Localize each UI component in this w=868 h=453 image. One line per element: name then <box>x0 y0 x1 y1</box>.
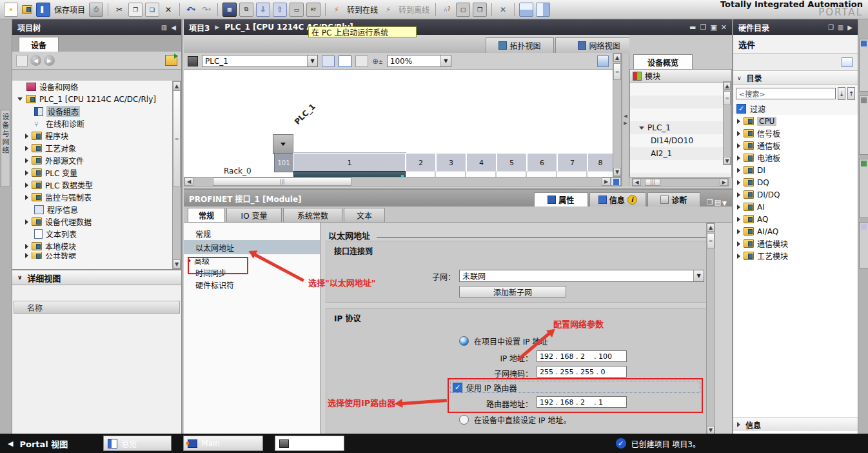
chevron-right-icon[interactable] <box>25 244 28 249</box>
tree-item-devices-networks[interactable]: 设备和网络 <box>12 81 172 93</box>
chevron-right-icon[interactable] <box>25 195 28 200</box>
tab-devices[interactable]: 设备 <box>19 37 59 52</box>
chevron-right-icon[interactable] <box>25 183 28 188</box>
catalog-item-cpu[interactable]: CPU <box>733 115 858 127</box>
catalog-item-ai-aq[interactable]: AI/AQ <box>733 225 858 237</box>
chevron-right-icon[interactable] <box>25 170 28 176</box>
chevron-right-icon[interactable] <box>737 131 740 136</box>
ip-address-field[interactable] <box>537 350 627 362</box>
delete-icon[interactable]: ✕ <box>162 3 175 16</box>
tab-topology-view[interactable]: 拓扑视图 <box>486 37 554 53</box>
filter-checkbox[interactable]: ✓ <box>736 104 746 114</box>
window-restore-icon[interactable]: ❒ <box>473 3 487 17</box>
chevron-right-icon[interactable] <box>737 205 740 210</box>
window-split-icon[interactable]: ▢ <box>456 3 470 17</box>
splitter-right-icon[interactable]: ▶ <box>624 121 627 126</box>
new-project-icon[interactable]: ✶ <box>4 3 18 17</box>
grid-icon[interactable] <box>355 55 368 67</box>
maximize-icon[interactable]: ▣ <box>710 23 716 32</box>
tree-item-online-diag[interactable]: ⑂在线和诊断 <box>12 117 172 130</box>
tree-item-external-sources[interactable]: 外部源文件 <box>12 154 172 166</box>
slot-4[interactable]: 4 <box>466 153 497 172</box>
nav-general[interactable]: 常规 <box>184 228 320 240</box>
overview-row-empty[interactable] <box>630 160 731 173</box>
radio-selected-icon[interactable] <box>459 336 469 346</box>
options-window-icon[interactable] <box>842 57 853 67</box>
tab-properties[interactable]: 属性 <box>534 192 588 206</box>
show-all-icon[interactable] <box>611 177 621 186</box>
chevron-right-icon[interactable] <box>737 192 740 197</box>
menu-inspector-icon[interactable]: ▤ <box>715 198 721 206</box>
chevron-right-icon[interactable] <box>737 168 740 173</box>
chevron-right-icon[interactable] <box>737 156 740 161</box>
tree-item-watch-tables[interactable]: 监控与强制表 <box>12 191 172 203</box>
catalog-item-battery-board[interactable]: 电池板 <box>733 152 858 164</box>
catalog-item-dq[interactable]: DQ <box>733 176 858 188</box>
go-online-plug-icon[interactable]: ⚡ <box>330 3 343 16</box>
start-cpu-icon[interactable]: ▭ <box>290 3 304 17</box>
cut-icon[interactable]: ✂ <box>113 3 126 16</box>
chevron-right-icon[interactable] <box>737 241 740 247</box>
slot-2[interactable]: 2 <box>406 153 436 172</box>
collapse-catalog-icon[interactable]: ∨ <box>737 75 742 81</box>
chevron-right-icon[interactable] <box>737 143 740 148</box>
tree-item-local-modules[interactable]: 本地模块 <box>12 240 172 252</box>
overview-row-ai[interactable]: AI2_1 <box>630 147 731 160</box>
online-diagnostics-icon[interactable]: ⑃? <box>440 3 453 16</box>
catalog-item-ai[interactable]: AI <box>733 201 858 213</box>
float-icon[interactable]: ❐ <box>700 23 707 32</box>
overview-row-plc[interactable]: PLC_1 <box>630 121 731 134</box>
slot-1[interactable]: 1 <box>293 153 406 172</box>
rail-tab-devices-networks[interactable]: 设备与网络 <box>1 110 10 187</box>
canvas-hscrollbar[interactable]: ◀ ||| ▶ <box>184 177 622 186</box>
tree-item-common-data[interactable]: 公共数据 <box>12 252 172 259</box>
minimize-icon[interactable]: ▬ <box>689 23 696 32</box>
slot-3[interactable]: 3 <box>436 153 466 172</box>
taskbar-overview[interactable]: 总览 <box>103 436 172 451</box>
device-select[interactable]: PLC_1▼ <box>202 55 318 67</box>
chevron-right-icon[interactable] <box>737 217 740 222</box>
catalog-item-comm-modules[interactable]: 通信模块 <box>733 237 858 250</box>
taskbar-plc1[interactable]: PLC_1 <box>275 436 344 451</box>
chevron-right-icon[interactable] <box>737 119 740 124</box>
slot-8[interactable]: 8 <box>587 153 613 172</box>
nav-hardware-id[interactable]: 硬件标识符 <box>184 279 320 291</box>
splitter[interactable]: ◀▶ <box>622 53 629 186</box>
back-icon[interactable]: ◀ <box>30 55 41 66</box>
chevron-right-icon[interactable] <box>25 253 28 258</box>
overview-row-empty[interactable] <box>630 108 731 121</box>
tree-options-icon[interactable] <box>165 55 177 66</box>
catalog-item-tech-modules[interactable]: 工艺模块 <box>733 250 858 262</box>
catalog-item-aq[interactable]: AQ <box>733 213 858 225</box>
subtab-system-constants[interactable]: 系统常数 <box>283 208 342 222</box>
overview-row-empty[interactable] <box>630 96 731 108</box>
search-up-icon[interactable]: ⇡ <box>847 87 855 100</box>
add-subnet-button[interactable]: 添加新子网 <box>459 286 566 297</box>
go-offline-button[interactable]: 转到离线 <box>399 4 429 15</box>
download-icon[interactable]: ⇩ <box>256 3 270 17</box>
go-offline-plug-icon[interactable]: ⚡ <box>382 3 395 16</box>
edit-mode-icon[interactable] <box>339 55 351 67</box>
save-icon[interactable]: ▌ <box>36 3 50 17</box>
catalog-item-signal-board[interactable]: 信号板 <box>733 127 858 139</box>
page-info-icon[interactable] <box>597 55 609 67</box>
float-panel-icon[interactable]: ❐ <box>828 24 834 31</box>
subtab-general[interactable]: 常规 <box>188 208 225 222</box>
radio-unselected-icon[interactable] <box>459 415 469 425</box>
remove-split-icon[interactable]: ✕ <box>497 3 509 16</box>
tree-item-device-config[interactable]: 设备组态 <box>12 105 172 117</box>
chevron-right-icon[interactable] <box>737 229 740 234</box>
open-project-icon[interactable] <box>21 3 34 16</box>
tree-item-tech-objects[interactable]: 工艺对象 <box>12 142 172 154</box>
side-tab-1[interactable] <box>859 39 868 92</box>
tab-diagnostics[interactable]: 诊断 <box>647 192 700 206</box>
tab-info[interactable]: 信息i <box>589 192 646 206</box>
overview-row-di-do[interactable]: DI14/DO10 <box>630 134 731 147</box>
cpu-module[interactable] <box>293 171 406 177</box>
close-editor-icon[interactable]: ✕ <box>721 23 727 32</box>
slot-5[interactable]: 5 <box>497 153 527 172</box>
tree-item-plc-datatypes[interactable]: PLC 数据类型 <box>12 179 172 191</box>
redo-icon[interactable]: ↷▾ <box>200 3 213 16</box>
compile-icon[interactable]: ▦ <box>222 3 237 17</box>
split-vertical-icon[interactable] <box>536 3 550 17</box>
